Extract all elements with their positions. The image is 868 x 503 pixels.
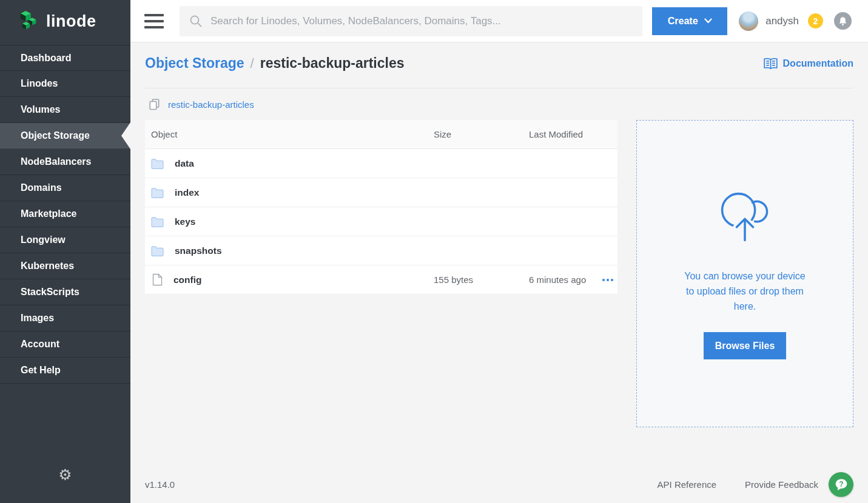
search-icon (189, 15, 203, 28)
browse-files-button[interactable]: Browse Files (704, 332, 787, 359)
menu-icon[interactable] (144, 14, 164, 28)
book-icon (763, 58, 778, 70)
column-header-size: Size (434, 129, 529, 139)
sidebar-item-label: NodeBalancers (21, 156, 92, 167)
global-search (180, 6, 642, 36)
linode-logo-icon (19, 10, 40, 33)
main-content: Object Storage / restic-backup-articles … (130, 42, 868, 503)
sidebar-item-object-storage[interactable]: Object Storage (0, 123, 130, 149)
bucket-path-row: restic-backup-articles (145, 99, 853, 110)
search-input[interactable] (210, 15, 633, 27)
table-header-row: Object Size Last Modified (145, 120, 617, 149)
avatar[interactable] (739, 12, 758, 31)
object-name: data (175, 158, 194, 169)
copy-icon[interactable] (149, 99, 160, 110)
create-button[interactable]: Create (652, 7, 727, 35)
notification-count-badge[interactable]: 2 (808, 13, 823, 28)
table-row-file-config[interactable]: config 155 bytes 6 minutes ago (145, 265, 617, 295)
object-table: Object Size Last Modified data (145, 120, 617, 427)
sidebar-item-get-help[interactable]: Get Help (0, 358, 130, 384)
sidebar-item-label: StackScripts (21, 287, 79, 298)
table-row-folder-data[interactable]: data (145, 149, 617, 178)
column-header-object: Object (145, 129, 434, 139)
upload-message: You can browse your device to upload fil… (680, 268, 810, 314)
help-chat-icon[interactable]: ? (829, 472, 853, 497)
topbar: Create andysh 2 (130, 0, 868, 42)
username[interactable]: andysh (765, 15, 799, 27)
sidebar-item-linodes[interactable]: Linodes (0, 71, 130, 97)
ellipsis-menu-icon[interactable] (601, 275, 614, 285)
brand-name: linode (46, 12, 96, 31)
table-row-folder-snapshots[interactable]: snapshots (145, 236, 617, 265)
sidebar-item-label: Dashboard (21, 53, 72, 64)
table-row-folder-keys[interactable]: keys (145, 207, 617, 236)
sidebar-item-label: Domains (21, 182, 62, 193)
sidebar-item-label: Account (21, 339, 59, 350)
sidebar-item-label: Marketplace (21, 208, 77, 219)
folder-icon (151, 245, 164, 256)
object-modified: 6 minutes ago (529, 275, 597, 285)
chevron-down-icon (704, 18, 712, 24)
sidebar-item-account[interactable]: Account (0, 331, 130, 358)
documentation-link[interactable]: Documentation (763, 58, 853, 70)
svg-text:?: ? (839, 479, 843, 488)
object-name: snapshots (175, 245, 222, 256)
sidebar-item-kubernetes[interactable]: Kubernetes (0, 253, 130, 279)
column-header-last-modified: Last Modified (529, 129, 597, 139)
sidebar-item-label: Object Storage (21, 130, 90, 141)
sidebar-item-label: Linodes (21, 78, 58, 89)
object-size: 155 bytes (434, 275, 529, 285)
sidebar-item-longview[interactable]: Longview (0, 227, 130, 253)
folder-icon (151, 158, 164, 169)
breadcrumb: Object Storage / restic-backup-articles (145, 55, 405, 72)
sidebar-item-dashboard[interactable]: Dashboard (0, 45, 130, 71)
sidebar-item-volumes[interactable]: Volumes (0, 97, 130, 123)
linode-logo[interactable]: linode (0, 0, 130, 42)
object-name: index (175, 187, 199, 198)
bell-icon[interactable] (834, 12, 852, 30)
upload-dropzone[interactable]: You can browse your device to upload fil… (636, 120, 853, 427)
sidebar-item-label: Images (21, 313, 54, 324)
sidebar: linode Dashboard Linodes Volumes Object … (0, 0, 130, 503)
sidebar-item-domains[interactable]: Domains (0, 175, 130, 201)
sidebar-item-label: Get Help (21, 365, 61, 376)
sidebar-item-stackscripts[interactable]: StackScripts (0, 279, 130, 305)
cloud-upload-icon (713, 184, 776, 249)
footer: v1.14.0 API Reference Provide Feedback ? (145, 472, 853, 497)
create-button-label: Create (668, 16, 698, 27)
object-name: keys (175, 216, 195, 227)
gear-icon[interactable]: ⚙ (0, 467, 130, 482)
api-reference-link[interactable]: API Reference (658, 479, 717, 490)
folder-icon (151, 187, 164, 198)
sidebar-item-images[interactable]: Images (0, 305, 130, 331)
table-row-folder-index[interactable]: index (145, 178, 617, 207)
sidebar-item-nodebalancers[interactable]: NodeBalancers (0, 149, 130, 175)
header-divider (145, 88, 853, 88)
sidebar-item-marketplace[interactable]: Marketplace (0, 201, 130, 227)
breadcrumb-separator: / (251, 56, 254, 72)
version-label[interactable]: v1.14.0 (145, 479, 175, 490)
object-name: config (173, 275, 202, 285)
page-title: restic-backup-articles (260, 55, 405, 72)
sidebar-nav: Dashboard Linodes Volumes Object Storage… (0, 45, 130, 384)
folder-icon (151, 216, 164, 227)
breadcrumb-object-storage-link[interactable]: Object Storage (145, 55, 244, 72)
documentation-label: Documentation (783, 58, 853, 69)
sidebar-item-label: Kubernetes (21, 261, 74, 271)
provide-feedback-link[interactable]: Provide Feedback (745, 479, 818, 490)
bucket-breadcrumb-link[interactable]: restic-backup-articles (168, 99, 254, 110)
sidebar-item-label: Longview (21, 235, 66, 245)
sidebar-item-label: Volumes (21, 104, 61, 115)
file-icon (152, 273, 163, 286)
